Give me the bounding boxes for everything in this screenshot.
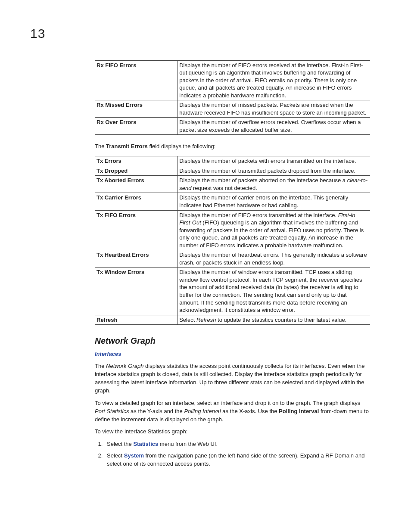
table-row: Rx Missed ErrorsDisplays the number of m…: [95, 100, 370, 118]
text: menu from the Web UI.: [158, 441, 218, 447]
field-desc: Displays the number of FIFO errors recei…: [177, 60, 370, 100]
text: Polling Interval: [279, 408, 319, 414]
field-desc: Select Refresh to update the statistics …: [177, 315, 370, 325]
text: field displays the following:: [148, 143, 216, 149]
text: Displays the number of window errors tra…: [179, 269, 362, 313]
text: Polling Interval: [184, 408, 221, 414]
paragraph: The Network Graph displays statistics th…: [95, 362, 370, 395]
list-item: Select System from the navigation pane (…: [104, 452, 370, 468]
list-item: Select the Statistics menu from the Web …: [104, 440, 370, 448]
field-name: Tx Errors: [95, 156, 177, 166]
text: To view a detailed graph for an interfac…: [95, 400, 360, 406]
paragraph: To view the Interface Statistics graph:: [95, 428, 370, 436]
text: as the Y-axis and the: [129, 408, 184, 414]
text: Displays the number of carrier errors on…: [179, 194, 348, 208]
text: (FIFO) queueing is an algorithm that inv…: [179, 219, 364, 249]
field-desc: Displays the number of carrier errors on…: [177, 193, 370, 210]
field-desc: Displays the number of heartbeat errors.…: [177, 250, 370, 268]
text: Displays the number of packets aborted o…: [179, 177, 347, 184]
table-row: Tx Aborted ErrorsDisplays the number of …: [95, 176, 370, 193]
table-row: RefreshSelect Refresh to update the stat…: [95, 315, 370, 325]
text: Displays the number of heartbeat errors.…: [179, 252, 367, 266]
text: Statistics: [133, 441, 158, 447]
table-row: Rx FIFO ErrorsDisplays the number of FIF…: [95, 60, 370, 100]
text: The: [95, 143, 106, 149]
text: Select: [179, 317, 196, 323]
table-row: Tx FIFO ErrorsDisplays the number of FIF…: [95, 210, 370, 250]
chapter-number: 13: [30, 24, 370, 43]
text: Displays the number of transmitted packe…: [179, 168, 355, 174]
field-desc: Displays the number of packets with erro…: [177, 156, 370, 166]
field-desc: Displays the number of overflow errors r…: [177, 118, 370, 135]
field-name: Tx Heartbeat Errors: [95, 250, 177, 268]
field-name: Rx Missed Errors: [95, 100, 177, 118]
text: to update the statistics counters to the…: [216, 317, 346, 323]
paragraph: To view a detailed graph for an interfac…: [95, 399, 370, 424]
section-heading-network-graph: Network Graph: [95, 334, 348, 347]
text: Displays the number of FIFO errors trans…: [179, 212, 338, 218]
field-name: Tx Window Errors: [95, 268, 177, 315]
transmit-errors-table: Tx ErrorsDisplays the number of packets …: [95, 156, 370, 325]
field-name: Refresh: [95, 315, 177, 325]
text: System: [124, 452, 144, 459]
text: Select: [107, 452, 124, 459]
field-desc: Displays the number of FIFO errors trans…: [177, 210, 370, 250]
field-desc: Displays the number of missed packets. P…: [177, 100, 370, 118]
text: Network Graph: [106, 363, 143, 369]
field-name: Rx FIFO Errors: [95, 60, 177, 100]
text: The: [95, 363, 106, 369]
field-name: Tx FIFO Errors: [95, 210, 177, 250]
text: Select the: [107, 441, 133, 447]
field-desc: Displays the number of packets aborted o…: [177, 176, 370, 193]
text: from the navigation pane (on the left-ha…: [107, 452, 364, 467]
table-row: Tx ErrorsDisplays the number of packets …: [95, 156, 370, 166]
table-row: Tx DroppedDisplays the number of transmi…: [95, 166, 370, 176]
text: Port Statistics: [95, 408, 129, 414]
field-name: Tx Aborted Errors: [95, 176, 177, 193]
steps-list: Select the Statistics menu from the Web …: [95, 440, 370, 468]
page: 13 Rx FIFO ErrorsDisplays the number of …: [0, 0, 411, 498]
transmit-errors-intro: The Transmit Errors field displays the f…: [95, 143, 370, 151]
receive-errors-table: Rx FIFO ErrorsDisplays the number of FIF…: [95, 60, 370, 135]
text: as the X-axis. Use the: [221, 408, 279, 414]
field-desc: Displays the number of transmitted packe…: [177, 166, 370, 176]
field-desc: Displays the number of window errors tra…: [177, 268, 370, 315]
text: Displays the number of packets with erro…: [179, 158, 356, 164]
table-row: Tx Carrier ErrorsDisplays the number of …: [95, 193, 370, 210]
table-row: Rx Over ErrorsDisplays the number of ove…: [95, 118, 370, 135]
field-name: Rx Over Errors: [95, 118, 177, 135]
text-bold: Transmit Errors: [106, 143, 148, 149]
content-area: Rx FIFO ErrorsDisplays the number of FIF…: [95, 60, 370, 468]
text: request was not detected.: [191, 185, 257, 191]
field-name: Tx Dropped: [95, 166, 177, 176]
table-row: Tx Heartbeat ErrorsDisplays the number o…: [95, 250, 370, 268]
text: Refresh: [196, 317, 216, 323]
field-name: Tx Carrier Errors: [95, 193, 177, 210]
table-row: Tx Window ErrorsDisplays the number of w…: [95, 268, 370, 315]
interfaces-link[interactable]: Interfaces: [95, 350, 370, 358]
